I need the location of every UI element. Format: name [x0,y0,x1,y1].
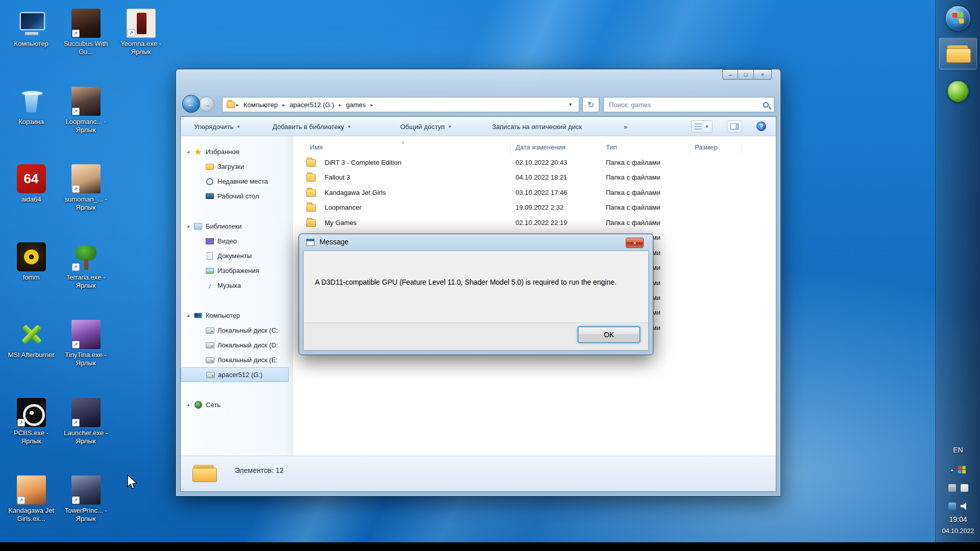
change-view-button[interactable]: ▼ [691,120,713,133]
desktop-icon-pcbs[interactable]: ↗ PCBS.exe - Ярлык [6,398,57,446]
desktop-icon-sumoman[interactable]: ↗ sumoman_... - Ярлык [60,164,111,212]
expander-icon[interactable] [187,151,189,153]
table-row[interactable]: DiRT 3 - Complete Edition 02.10.2022 20:… [293,156,776,170]
drive-icon [206,372,215,378]
desktop-icon-launcher[interactable]: ↗ Launcher.exe - Ярлык [60,398,111,446]
desktop-icon-kandagawa[interactable]: ↗ Kandagawa Jet Girls.ex... [6,475,57,523]
date[interactable]: 04.10.2022 [936,528,980,535]
sidebar-item-drive-c[interactable]: Локальный диск (C: [181,323,292,338]
taskbar-button-game[interactable] [947,81,969,102]
sidebar-item-music[interactable]: ♪ Музыка [181,278,292,293]
address-dropdown-button[interactable]: ▼ [566,102,575,107]
sidebar-item-recent-places[interactable]: Недавние места [181,174,292,189]
table-row[interactable]: My Games 02.10.2022 22:19 Папка с файлам… [293,216,776,231]
file-name: Fallout 3 [325,173,350,181]
sidebar-item-downloads[interactable]: Загрузки [181,159,292,174]
action-center-icon[interactable] [958,466,966,473]
breadcrumb-segment-drive[interactable]: apacer512 (G:) [286,101,337,109]
chevron-down-icon: ▼ [347,124,351,129]
folder-icon [306,174,316,182]
column-divider[interactable] [742,140,742,155]
expander-icon[interactable] [187,314,189,317]
desktop-icon-aida64[interactable]: 64 aida64 [6,164,57,204]
desktop-icon-succubus[interactable]: ↗ Succubus With Gu... [60,9,111,57]
explorer-titlebar[interactable] [176,69,780,93]
add-to-library-button[interactable]: Добавить в библиотеку ▼ [267,120,356,133]
videos-label: Видео [217,237,237,245]
desktop-icon-loopmancer[interactable]: ↗ Loopmanc... - Ярлык [60,87,111,135]
breadcrumb-segment-games[interactable]: games [342,101,370,109]
column-divider[interactable] [689,140,689,155]
desktop-wallpaper: Компьютер Корзина 64 aida64 fomm MSI Aft… [0,0,980,551]
command-bar: Упорядочить ▼ Добавить в библиотеку ▼ Об… [181,117,776,136]
volume-icon[interactable] [961,503,968,510]
clock[interactable]: 19:04 [936,515,980,523]
maximize-button[interactable]: □ [738,69,754,80]
back-button[interactable]: ← [182,95,200,113]
minimize-icon: – [728,71,731,78]
table-row[interactable]: Fallout 3 04.10.2022 18:21 Папка с файла… [293,170,776,185]
tray-icon[interactable] [948,484,956,492]
desktop-icon-fomm[interactable]: fomm [6,242,57,282]
organize-button[interactable]: Упорядочить ▼ [189,120,246,133]
desktop-icon-msi-afterburner[interactable]: MSI Afterburner [6,320,57,359]
sidebar-item-pictures[interactable]: Изображения [181,263,292,278]
column-headers: ▲ Имя Дата изменения Тип Размер [293,140,776,155]
taskbar-button-explorer[interactable] [939,38,977,69]
tray-row: ▴ [936,464,980,474]
share-button[interactable]: Общий доступ ▼ [395,120,457,133]
sidebar-item-computer[interactable]: Компьютер [181,308,292,323]
dialog-titlebar[interactable]: Message × [299,234,653,251]
desktop-icon-label: Launcher.exe - Ярлык [60,429,111,446]
desktop-icon-yeomna[interactable]: ↗ Yeomna.exe - Ярлык [115,9,166,57]
desktop-icon-label: Terraria.exe - Ярлык [60,273,111,290]
dialog-close-button[interactable]: × [626,238,644,248]
sidebar-item-drive-d[interactable]: Локальный диск (D: [181,338,292,353]
sidebar-item-desktop[interactable]: Рабочий стол [181,189,292,204]
column-divider[interactable] [601,140,602,155]
toolbar-overflow-button[interactable]: » [619,120,632,133]
desktop-icon-towerprincess[interactable]: ↗ TowerPrinc... - Ярлык [60,475,111,523]
start-button[interactable] [946,6,970,31]
minimize-button[interactable]: – [722,69,738,80]
sidebar-item-drive-e[interactable]: Локальный диск (E: [181,353,292,367]
breadcrumb-separator-icon: ▸ [370,102,374,108]
forward-button[interactable]: → [199,96,214,112]
show-hidden-icons-button[interactable]: ▴ [950,466,953,473]
dialog-title: Message [320,238,349,246]
sidebar-item-libraries[interactable]: Библиотеки [181,219,292,234]
mouse-cursor [127,474,139,490]
breadcrumb-segment-computer[interactable]: Компьютер [240,101,281,109]
sidebar-item-videos[interactable]: Видео [181,234,292,248]
desktop-icon-recycle-bin[interactable]: Корзина [6,87,57,126]
table-row[interactable]: Loopmancer 19.09.2022 2:32 Папка с файла… [293,201,776,215]
desktop-icon-computer[interactable]: Компьютер [6,9,57,48]
column-header-date[interactable]: Дата изменения [516,143,566,151]
sidebar-item-drive-g-selected[interactable]: apacer512 (G:) [181,367,289,382]
close-button[interactable]: × [754,69,772,80]
column-header-name[interactable]: Имя [310,143,323,151]
tray-icon[interactable] [961,484,968,492]
desktop-icon-terraria[interactable]: ↗ Terraria.exe - Ярлык [60,242,111,290]
search-box[interactable]: Поиск: games [603,97,774,112]
help-button[interactable]: ? [756,121,766,131]
sidebar-item-network[interactable]: Сеть [181,397,292,412]
desktop-icon-tinytina[interactable]: ↗ TinyTina.exe - Ярлык [60,320,111,368]
column-divider[interactable] [510,140,511,155]
nav-group-libraries: Библиотеки Видео Документы Изображения [181,219,292,293]
burn-disc-button[interactable]: Записать на оптический диск [487,120,587,133]
expander-icon[interactable] [187,404,189,406]
preview-pane-button[interactable] [727,120,742,133]
network-icon[interactable] [948,503,956,510]
address-bar[interactable]: ▸ Компьютер ▸ apacer512 (G:) ▸ games ▸ ▼ [222,97,579,112]
desktop-icon-label: aida64 [6,195,57,204]
column-header-type[interactable]: Тип [606,143,617,151]
table-row[interactable]: Kandagawa Jet Girls 03.10.2022 17:46 Пап… [293,186,776,201]
refresh-button[interactable]: ↻ [582,97,599,112]
sidebar-item-documents[interactable]: Документы [181,248,292,263]
expander-icon[interactable] [187,225,189,228]
column-header-size[interactable]: Размер [695,143,718,151]
language-indicator[interactable]: EN [936,446,980,454]
ok-button[interactable]: OK [578,327,640,343]
sidebar-item-favorites[interactable]: ★ Избранное [181,144,292,159]
